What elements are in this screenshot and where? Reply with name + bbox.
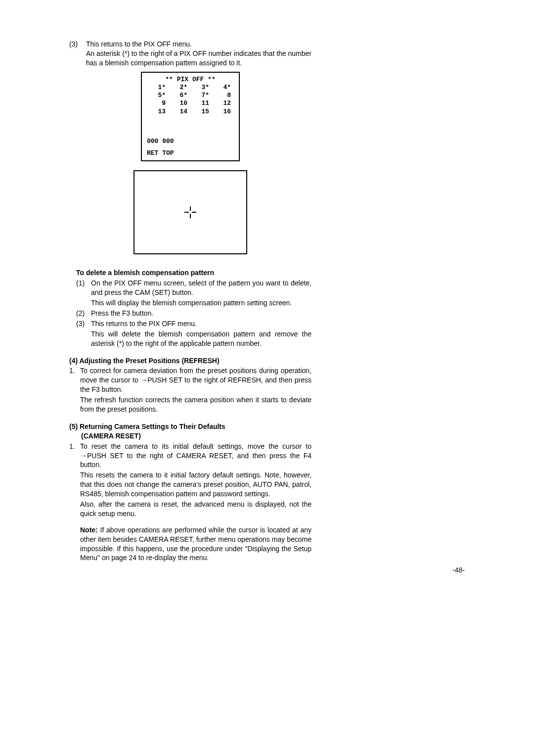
menu-cell: 4* — [212, 84, 234, 92]
menu-cell: 3* — [190, 84, 212, 92]
menu-title: ** PIX OFF ** — [147, 76, 234, 84]
menu-cell: 2* — [169, 84, 190, 92]
text-line: This will delete the blemish compensatio… — [91, 330, 312, 348]
item-text: On the PIX OFF menu screen, select of th… — [91, 279, 312, 308]
text-line: The refresh function corrects the camera… — [80, 395, 312, 414]
item-number: (3) — [76, 319, 91, 348]
menu-cell: 9 — [147, 99, 169, 107]
item-number: (1) — [76, 279, 91, 308]
note-label: Note: — [80, 526, 98, 534]
text-line: This returns to the PIX OFF menu. — [91, 320, 197, 328]
menu-cell: 13 — [147, 108, 169, 116]
item-number: 1. — [69, 366, 80, 414]
menu-cell: 12 — [212, 99, 234, 107]
ret-top-text: RET TOP — [147, 149, 234, 157]
text-line: This will display the blemish compensati… — [91, 298, 312, 308]
page-number: -48- — [69, 566, 465, 575]
highlighted-cell: 1* — [158, 84, 166, 91]
section-4-heading: (4) Adjusting the Preset Positions (REFR… — [69, 356, 312, 366]
menu-cell: 10 — [169, 99, 190, 107]
menu-cell: 5* — [147, 92, 169, 99]
pix-off-menu-screen: ** PIX OFF ** 1* 2* 3* 4* 5* 6* 7* 8 9 1… — [141, 72, 240, 162]
heading-line: (CAMERA RESET) — [69, 432, 141, 440]
delete-section: To delete a blemish compensation pattern… — [69, 268, 312, 348]
menu-row: 5* 6* 7* 8 — [147, 92, 234, 99]
item-number: (2) — [76, 309, 91, 318]
crosshair-screen — [134, 170, 247, 254]
menu-cell: 7* — [190, 92, 212, 99]
text-line: An asterisk (*) to the right of a PIX OF… — [86, 49, 312, 67]
text-line: Also, after the camera is reset, the adv… — [80, 500, 312, 519]
item-text: Press the F3 button. — [91, 309, 312, 318]
item-text: This returns to the PIX OFF menu. An ast… — [86, 40, 312, 68]
text-line: On the PIX OFF menu screen, select of th… — [91, 279, 312, 296]
list-item: (3) This returns to the PIX OFF menu. Th… — [76, 319, 312, 348]
menu-cell: 1* — [147, 84, 169, 92]
item-number: 1. — [69, 442, 80, 519]
text-line: This returns to the PIX OFF menu. — [86, 40, 192, 48]
menu-row: 13 14 15 16 — [147, 108, 234, 116]
section-5-heading: (5) Returning Camera Settings to Their D… — [69, 422, 312, 441]
list-item: 1. To reset the camera to its initial de… — [69, 442, 312, 519]
menu-cell: 6* — [169, 92, 190, 99]
coords-text: 000 000 — [147, 138, 234, 145]
menu-cell: 11 — [190, 99, 212, 107]
list-item: (2) Press the F3 button. — [76, 309, 312, 318]
note-text: If above operations are performed while … — [80, 526, 312, 562]
item-text: To reset the camera to its initial defau… — [80, 442, 312, 519]
menu-cell: 16 — [212, 108, 234, 116]
menu-row: 9 10 11 12 — [147, 99, 234, 107]
crosshair-icon — [184, 206, 196, 218]
page-content: (3) This returns to the PIX OFF menu. An… — [69, 40, 312, 563]
text-line: To reset the camera to its initial defau… — [80, 442, 312, 469]
heading-line: (5) Returning Camera Settings to Their D… — [69, 423, 225, 430]
menu-row: 1* 2* 3* 4* — [147, 84, 234, 92]
text-line: To correct for camera deviation from the… — [80, 367, 312, 393]
item-number: (3) — [69, 40, 86, 68]
text-line: This resets the camera to it initial fac… — [80, 471, 312, 499]
menu-cell: 15 — [190, 108, 212, 116]
section-heading: To delete a blemish compensation pattern — [76, 268, 312, 278]
note-block: Note: If above operations are performed … — [69, 525, 312, 563]
list-item: (1) On the PIX OFF menu screen, select o… — [76, 279, 312, 308]
menu-cell: 8 — [212, 92, 234, 99]
list-item: 1. To correct for camera deviation from … — [69, 366, 312, 414]
item-text: To correct for camera deviation from the… — [80, 366, 312, 414]
item-text: This returns to the PIX OFF menu. This w… — [91, 319, 312, 348]
menu-cell: 14 — [169, 108, 190, 116]
list-item-3: (3) This returns to the PIX OFF menu. An… — [69, 40, 312, 68]
